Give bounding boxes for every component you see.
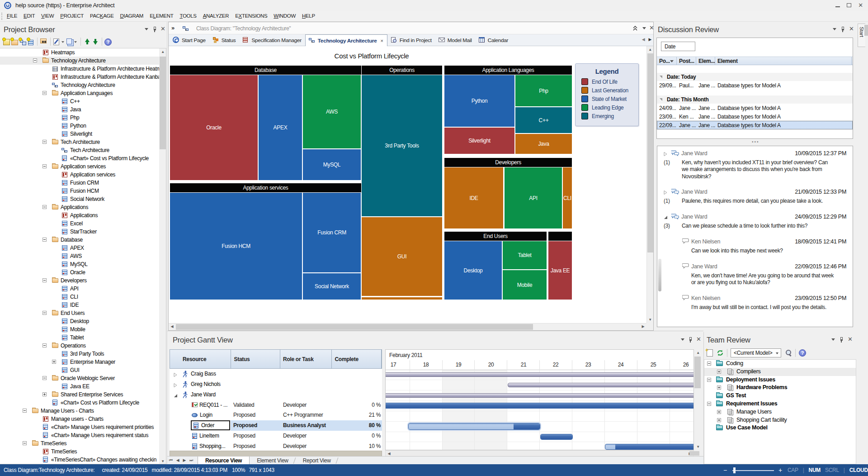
tree-item[interactable]: Silverlight <box>0 130 166 138</box>
treemap-block[interactable]: Mobile <box>503 270 547 300</box>
discussion-cell[interactable]: Jane ... <box>677 104 696 112</box>
zoom-slider[interactable]: − + <box>723 466 782 474</box>
pin-icon[interactable] <box>154 27 161 33</box>
new-post-icon[interactable] <box>707 349 713 357</box>
tree-item[interactable]: Technology Architecture <box>0 57 166 65</box>
gantt-row[interactable]: Greg Nichols <box>170 379 382 390</box>
last-view-icon[interactable]: ⏭ <box>188 457 195 464</box>
tree-item[interactable]: StarTracker <box>0 228 166 236</box>
tree-item[interactable]: Applications <box>0 211 166 219</box>
treemap-group-header[interactable]: Application services <box>170 183 361 192</box>
menu-item[interactable]: TOOLS <box>176 11 199 21</box>
gantt-vertical-scrollbar[interactable]: ▲ ▼ <box>694 349 702 450</box>
close-button[interactable]: ✕ <box>855 0 866 10</box>
minimize-button[interactable] <box>832 0 844 10</box>
panel-menu-icon[interactable] <box>833 28 840 34</box>
tree-item[interactable]: API <box>0 285 166 293</box>
treemap-block[interactable]: CLI <box>563 167 572 228</box>
discussion-cell[interactable]: Ken ... <box>677 112 696 121</box>
overflow-chevrons-icon[interactable]: » <box>171 24 175 31</box>
discussion-cell[interactable]: 24/09... <box>657 104 677 112</box>
table-gantt-splitter[interactable] <box>382 349 385 457</box>
collapse-pane-icon[interactable] <box>632 26 638 30</box>
tree-scrollbar[interactable]: ▲ ▼ <box>159 48 166 464</box>
treemap-group-header[interactable]: Application Languages <box>444 66 572 75</box>
pin-icon[interactable] <box>842 27 849 33</box>
expander-icon[interactable] <box>23 441 27 445</box>
toolbar-item[interactable] <box>99 38 104 46</box>
discussion-cell[interactable]: Jane ... <box>696 81 715 90</box>
tree-item[interactable]: Application services <box>0 171 166 179</box>
maximize-button[interactable] <box>844 0 855 10</box>
treemap-block[interactable]: Fusion HCM <box>170 193 302 300</box>
expander-icon[interactable] <box>717 418 721 422</box>
toolbar-item[interactable] <box>19 38 27 46</box>
tree-item[interactable]: TimeSeries <box>0 439 166 447</box>
discussion-list-block[interactable]: 22/09...Jane ...Jane ...Database types f… <box>657 121 853 129</box>
panel-menu-icon[interactable] <box>145 28 152 34</box>
expander-icon[interactable] <box>42 278 47 282</box>
gantt-row[interactable]: Order Proposed Business Analyst 80 % <box>170 420 382 431</box>
expander-icon[interactable] <box>23 409 27 413</box>
pane-menu-icon[interactable] <box>642 27 646 29</box>
tree-item[interactable]: Operations <box>0 342 166 350</box>
title-bar[interactable]: help source (https) - Enterprise Archite… <box>0 0 868 11</box>
pin-icon[interactable] <box>689 337 697 343</box>
toolbar-item[interactable] <box>40 38 48 46</box>
discussion-list-block[interactable]: Date: This Month <box>657 95 853 104</box>
tree-item[interactable]: «Chart» Cost vs Platform Lifecycle <box>0 399 166 407</box>
tree-item[interactable]: Oracle Weblogic Server <box>0 374 166 382</box>
expander-icon[interactable] <box>707 378 711 382</box>
column-header[interactable]: Post... <box>677 57 696 65</box>
treemap-block[interactable]: Silverlight <box>444 128 514 154</box>
close-icon[interactable]: ✕ <box>696 337 703 343</box>
tree-item[interactable]: 3rd Party Tools <box>0 350 166 358</box>
scroll-down-icon[interactable]: ▼ <box>694 443 702 450</box>
scroll-left-icon[interactable]: ◀ <box>169 324 175 330</box>
tree-item[interactable]: Php <box>0 114 166 122</box>
expander-icon[interactable] <box>42 140 47 144</box>
scroll-down-icon[interactable]: ▼ <box>159 458 166 464</box>
tree-item[interactable]: Excel <box>0 219 166 228</box>
discussion-cell[interactable]: Database types for Model A <box>715 112 852 121</box>
document-tab[interactable]: Start Page <box>170 34 209 46</box>
close-icon[interactable]: ✕ <box>849 26 856 33</box>
column-header[interactable]: Resource <box>170 350 231 368</box>
tree-item[interactable]: Manage Users - Charts <box>0 407 166 415</box>
thread-scrollbar-thumb[interactable] <box>658 259 661 291</box>
tree-item[interactable]: Enterprise Manager <box>0 358 166 366</box>
toolbar-item[interactable] <box>53 38 66 46</box>
expander-icon[interactable] <box>52 360 56 364</box>
model-selector-dropdown[interactable]: <Current Model> <box>731 348 781 357</box>
treemap-block[interactable]: Tablet <box>503 241 547 269</box>
toolbar-item[interactable] <box>91 38 99 46</box>
tree-item[interactable]: Mobile <box>0 325 166 333</box>
tree-item[interactable]: Python <box>0 122 166 130</box>
document-tab[interactable]: Find in Project <box>387 34 435 46</box>
next-view-icon[interactable]: ▶ <box>181 457 188 464</box>
pane-close-icon[interactable]: ✕ <box>649 25 654 31</box>
toolbar-item[interactable] <box>78 38 83 46</box>
scroll-up-icon[interactable]: ▲ <box>694 349 702 356</box>
scroll-left-icon[interactable]: ◀ <box>386 451 392 456</box>
document-tab[interactable]: Specification Manager <box>239 34 305 46</box>
close-icon[interactable]: ✕ <box>848 337 855 343</box>
scroll-right-icon[interactable]: ▶ <box>640 324 646 330</box>
discussion-cell[interactable]: Jane ... <box>677 121 696 129</box>
scrollbar-thumb[interactable] <box>160 57 166 149</box>
discussion-list-block[interactable]: 29/09...Paul...Jane ...Database types fo… <box>657 81 853 90</box>
menu-item[interactable]: WINDOW <box>270 11 299 21</box>
gantt-grid[interactable] <box>386 370 693 450</box>
tree-item[interactable]: «Chart» Cost vs Platform Lifecycle <box>0 154 166 162</box>
treemap-block[interactable]: Java <box>515 134 572 154</box>
document-tab[interactable]: Calendar <box>476 34 512 46</box>
tree-item[interactable]: Oracle <box>0 268 166 276</box>
team-review-item[interactable]: Compilers <box>704 368 856 376</box>
tree-item[interactable]: End Users <box>0 309 166 317</box>
scrollbar-thumb[interactable] <box>647 53 653 252</box>
scrollbar-thumb[interactable] <box>694 357 701 388</box>
treemap-block[interactable]: APEX <box>259 75 302 180</box>
menu-item[interactable]: PROJECT <box>57 11 87 21</box>
toolbar-item[interactable] <box>83 38 91 46</box>
menu-item[interactable]: DIAGRAM <box>117 11 147 21</box>
